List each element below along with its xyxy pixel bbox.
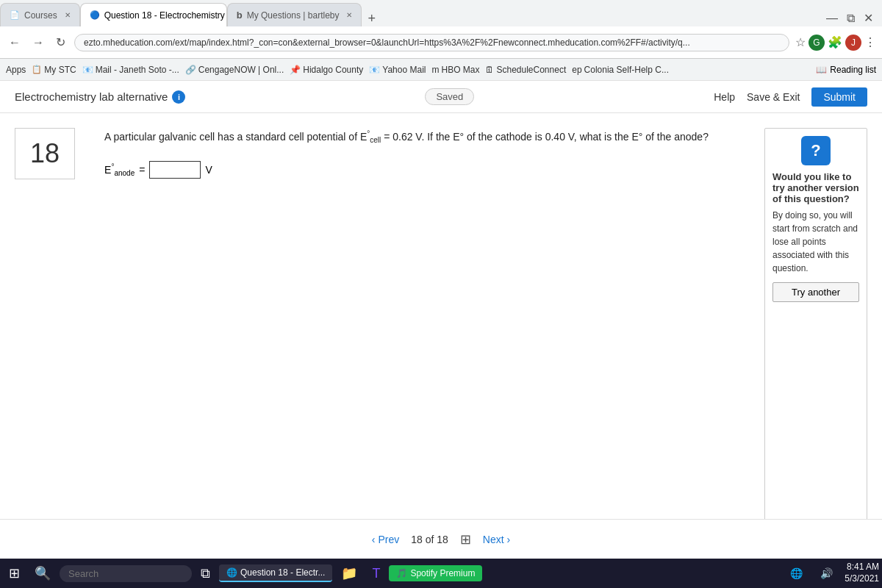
help-bubble-icon: ?: [801, 136, 831, 165]
saved-badge: Saved: [425, 88, 474, 105]
bookmark-apps-label: Apps: [6, 65, 26, 75]
browser-actions: ☆ G 🧩 J ⋮: [795, 35, 876, 51]
address-bar: ← → ↻ ☆ G 🧩 J ⋮: [0, 26, 882, 59]
bookmark-colonia-label: Colonia Self-Help C...: [584, 65, 669, 75]
save-exit-button[interactable]: Save & Exit: [747, 91, 800, 103]
tab-bartleby[interactable]: b My Questions | bartleby ✕: [227, 3, 362, 26]
taskbar-file-explorer[interactable]: 📁: [335, 562, 363, 584]
prev-button[interactable]: ‹ Prev: [372, 534, 399, 545]
taskbar-app-question18[interactable]: 🌐 Question 18 - Electr...: [219, 564, 332, 582]
bookmark-hbo-icon: m: [431, 65, 439, 75]
taskbar-app-question18-label: Question 18 - Electr...: [240, 567, 325, 578]
bookmark-cengage[interactable]: 🔗 CengageNOW | Onl...: [185, 65, 284, 75]
bookmark-mystc[interactable]: 📋 My STC: [32, 65, 76, 75]
bookmark-hbo-label: HBO Max: [441, 65, 479, 75]
answer-row: E°anode = V: [104, 161, 735, 179]
help-panel: ? Would you like to try another version …: [764, 128, 867, 534]
menu-button[interactable]: ⋮: [864, 35, 876, 49]
bookmark-mail-icon: 📧: [82, 65, 93, 75]
refresh-button[interactable]: ↻: [53, 34, 68, 51]
equals-sign: =: [139, 164, 145, 176]
help-button[interactable]: Help: [714, 91, 735, 103]
bookmark-hbo[interactable]: m HBO Max: [431, 65, 479, 75]
question-text-part1: A particular galvanic cell has a standar…: [104, 131, 367, 143]
back-button[interactable]: ←: [6, 35, 24, 51]
total-pages: 18: [437, 534, 448, 545]
bookmark-yahoo-icon: 📧: [369, 65, 380, 75]
prev-arrow-icon: ‹: [372, 534, 376, 545]
of-label: of: [426, 534, 437, 545]
tab-courses-close[interactable]: ✕: [65, 11, 71, 19]
app-header: Electrochemistry lab alternative i Saved…: [0, 81, 882, 113]
help-panel-body: By doing so, you will start from scratch…: [772, 209, 859, 275]
app-title: Electrochemistry lab alternative i: [15, 90, 185, 104]
question-number-box: 18: [15, 128, 75, 179]
taskbar-app-spotify[interactable]: 🎵 Spotify Premium: [389, 565, 482, 581]
tab-bartleby-close[interactable]: ✕: [346, 11, 352, 19]
answer-input[interactable]: [149, 161, 201, 179]
page-footer: ‹ Prev 18 of 18 ⊞ Next ›: [0, 519, 882, 559]
search-button[interactable]: 🔍: [29, 562, 57, 584]
forward-button[interactable]: →: [29, 35, 47, 51]
bookmark-yahoo[interactable]: 📧 Yahoo Mail: [369, 65, 426, 75]
grid-view-button[interactable]: ⊞: [460, 531, 471, 548]
star-button[interactable]: ☆: [795, 35, 806, 49]
answer-unit: V: [205, 164, 212, 176]
tab-bartleby-icon: b: [237, 10, 243, 21]
prev-label: Prev: [378, 534, 399, 545]
reading-list-label: Reading list: [830, 65, 876, 75]
taskbar-app-spotify-icon: 🎵: [396, 568, 407, 578]
bookmark-mail[interactable]: 📧 Mail - Janeth Soto -...: [82, 65, 179, 75]
taskbar: ⊞ 🔍 ⧉ 🌐 Question 18 - Electr... 📁 T 🎵 Sp…: [0, 559, 882, 588]
profile-button[interactable]: G: [808, 35, 825, 51]
next-label: Next: [483, 534, 504, 545]
bookmark-mystc-icon: 📋: [32, 65, 42, 74]
taskbar-network-icon[interactable]: 🌐: [784, 564, 808, 582]
submit-button[interactable]: Submit: [811, 87, 867, 107]
tab-courses[interactable]: 📄 Courses ✕: [0, 3, 80, 26]
reading-list-icon: 📖: [816, 65, 827, 75]
window-close-button[interactable]: ✕: [861, 10, 876, 26]
url-input[interactable]: [74, 34, 789, 51]
try-another-button[interactable]: Try another: [772, 282, 859, 302]
next-arrow-icon: ›: [507, 534, 511, 545]
taskbar-volume-icon[interactable]: 🔊: [814, 564, 839, 582]
tab-courses-icon: 📄: [10, 10, 20, 20]
help-panel-title: Would you like to try another version of…: [772, 171, 859, 204]
taskbar-teams[interactable]: T: [366, 563, 386, 584]
bookmark-hidalgo[interactable]: 📌 Hidalgo County: [290, 65, 363, 75]
bookmark-cengage-icon: 🔗: [185, 65, 196, 75]
reading-list[interactable]: 📖 Reading list: [816, 65, 876, 75]
bookmark-colonia[interactable]: ep Colonia Self-Help C...: [572, 65, 669, 75]
bookmark-cengage-label: CengageNOW | Onl...: [198, 65, 284, 75]
taskview-button[interactable]: ⧉: [195, 563, 216, 584]
question-text-cell: cell: [370, 136, 381, 144]
tab-question18[interactable]: 🔵 Question 18 - Electrochemistry la ✕: [80, 3, 227, 26]
info-icon[interactable]: i: [172, 90, 185, 104]
next-button[interactable]: Next ›: [483, 534, 510, 545]
minimize-button[interactable]: —: [823, 10, 841, 26]
main-content: 18 A particular galvanic cell has a stan…: [0, 113, 882, 548]
answer-label: E°anode: [104, 162, 135, 177]
new-tab-button[interactable]: +: [362, 11, 381, 26]
bookmark-hidalgo-icon: 📌: [290, 65, 301, 75]
taskbar-right: 🌐 🔊 8:41 AM 5/3/2021: [784, 562, 879, 584]
bookmark-apps[interactable]: Apps: [6, 65, 26, 75]
question-number: 18: [30, 138, 60, 169]
account-button[interactable]: J: [845, 35, 861, 51]
current-page: 18: [411, 534, 423, 545]
bookmark-schedule[interactable]: 🗓 ScheduleConnect: [485, 65, 566, 75]
bookmark-mail-label: Mail - Janeth Soto -...: [96, 65, 179, 75]
question-area: A particular galvanic cell has a standar…: [90, 128, 750, 534]
tab-courses-label: Courses: [24, 10, 57, 21]
tab-bartleby-label: My Questions | bartleby: [247, 10, 340, 21]
taskbar-search-input[interactable]: [60, 565, 192, 582]
bookmark-schedule-icon: 🗓: [485, 65, 494, 75]
footer-nav: ‹ Prev 18 of 18 ⊞ Next ›: [372, 531, 511, 548]
page-info: 18 of 18: [411, 534, 448, 545]
restore-button[interactable]: ⧉: [844, 10, 858, 26]
start-button[interactable]: ⊞: [3, 562, 26, 584]
extensions-button[interactable]: 🧩: [828, 35, 842, 49]
question-text-part2: = 0.62 V. If the E° of the cathode is 0.…: [381, 131, 709, 143]
taskbar-time-display: 8:41 AM: [845, 562, 879, 573]
